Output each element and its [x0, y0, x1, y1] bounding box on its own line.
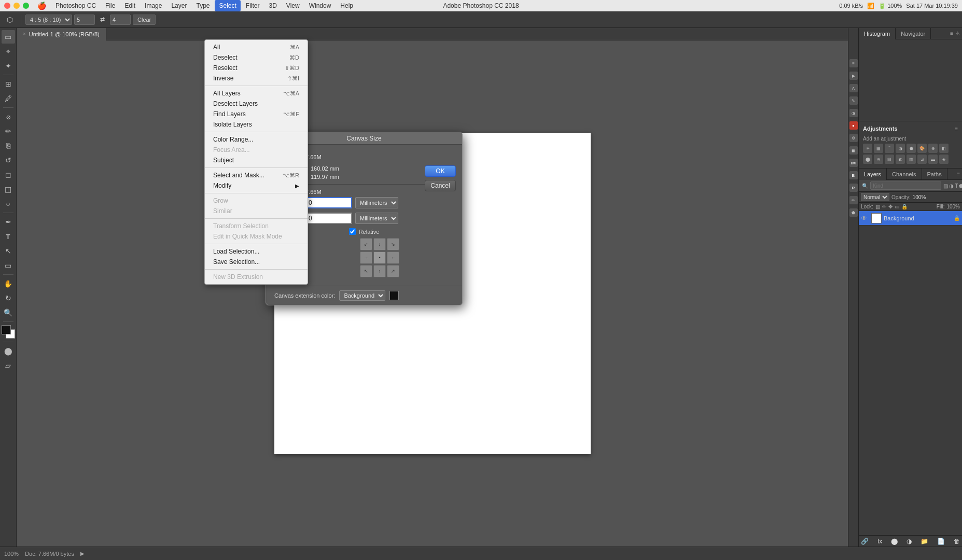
brightness-contrast-icon[interactable]: ☀ — [863, 144, 872, 153]
dialog-cancel-button[interactable]: Cancel — [425, 180, 456, 191]
panel-menu-icon[interactable]: ≡ — [950, 31, 953, 36]
menu-window[interactable]: Window — [305, 0, 336, 11]
shape-tool[interactable]: ▭ — [2, 259, 15, 272]
apple-menu[interactable]: 🍎 — [37, 2, 46, 10]
adjustments-menu-icon[interactable]: ≡ — [955, 126, 958, 132]
lock-transparent-icon[interactable]: ▧ — [875, 204, 880, 209]
menu-help[interactable]: Help — [336, 0, 357, 11]
layer-new-icon[interactable]: 📄 — [937, 538, 945, 545]
bw-icon[interactable]: ◧ — [939, 144, 949, 153]
aspect-ratio-select[interactable]: 4 : 5 (8 : 10) — [25, 15, 72, 25]
color-lookup-icon[interactable]: ▤ — [885, 155, 894, 164]
menu-image[interactable]: Image — [141, 0, 166, 11]
eraser-tool[interactable]: ◻ — [2, 168, 15, 181]
selective-color-icon[interactable]: ◈ — [939, 155, 949, 164]
r-icon[interactable]: R — [849, 184, 858, 192]
record-icon[interactable]: ● — [849, 121, 858, 130]
anchor-mid-left[interactable]: → — [360, 251, 372, 264]
maximize-button[interactable] — [23, 3, 29, 9]
anchor-mid-right[interactable]: ← — [387, 251, 399, 264]
filter-type-icon[interactable]: T — [955, 183, 958, 189]
layer-fill-icon[interactable]: ◑ — [907, 538, 912, 545]
gradient-map-icon[interactable]: ▬ — [928, 155, 938, 164]
menu-similar[interactable]: Similar — [205, 206, 308, 216]
canvas-ext-color-select[interactable]: Background — [339, 290, 385, 301]
filter-pixel-icon[interactable]: ▧ — [943, 183, 948, 189]
text-icon[interactable]: A — [849, 84, 858, 92]
menu-reselect[interactable]: Reselect ⇧⌘D — [205, 63, 308, 73]
vibrance-icon[interactable]: ⬟ — [907, 144, 916, 153]
curves-icon[interactable]: ⌒ — [885, 144, 894, 153]
adjustment-icon[interactable]: ◑ — [849, 109, 858, 117]
menu-grow[interactable]: Grow — [205, 195, 308, 206]
menu-inverse[interactable]: Inverse ⇧⌘I — [205, 73, 308, 83]
ext-color-swatch[interactable] — [389, 291, 399, 300]
filter-vector-icon[interactable]: ⬟ — [959, 183, 962, 189]
dialog-ok-button[interactable]: OK — [425, 165, 456, 177]
width-value-input[interactable] — [74, 15, 95, 25]
swap-icon[interactable]: ⇄ — [97, 15, 108, 24]
layer-eye-icon[interactable]: 👁 — [861, 215, 869, 222]
invert-icon[interactable]: ◐ — [896, 155, 905, 164]
menu-layer[interactable]: Layer — [167, 0, 191, 11]
gradient-tool[interactable]: ◫ — [2, 183, 15, 196]
minimize-button[interactable] — [13, 3, 20, 9]
menu-subject[interactable]: Subject — [205, 155, 308, 165]
lock-move-icon[interactable]: ✥ — [888, 204, 893, 209]
menu-all-layers[interactable]: All Layers ⌥⌘A — [205, 88, 308, 99]
layer-group-icon[interactable]: 📁 — [921, 538, 928, 545]
crop-tool[interactable]: ⊞ — [2, 77, 15, 91]
paths-tab[interactable]: Paths — [922, 169, 947, 180]
lock-paint-icon[interactable]: ✏ — [882, 204, 886, 209]
new-width-input[interactable] — [305, 197, 352, 208]
hue-sat-icon[interactable]: 🎨 — [917, 144, 927, 153]
dodge-tool[interactable]: ○ — [2, 197, 15, 211]
b-icon[interactable]: B — [849, 171, 858, 179]
anchor-top-right[interactable]: ↘ — [387, 238, 399, 250]
anchor-bot-right[interactable]: ↗ — [387, 265, 399, 277]
menu-deselect-layers[interactable]: Deselect Layers — [205, 99, 308, 109]
im-icon[interactable]: IM — [849, 159, 858, 167]
brush-tool[interactable]: ✏ — [2, 124, 15, 138]
menu-filter[interactable]: Filter — [242, 0, 264, 11]
anchor-top-left[interactable]: ↙ — [360, 238, 372, 250]
type-tool[interactable]: T — [2, 230, 15, 243]
menu-save-selection[interactable]: Save Selection... — [205, 257, 308, 267]
color-balance-icon[interactable]: ⊕ — [928, 144, 938, 153]
close-button[interactable] — [4, 3, 10, 9]
exposure-icon[interactable]: ◑ — [896, 144, 905, 153]
menu-edit-quick-mask[interactable]: Edit in Quick Mask Mode — [205, 231, 308, 242]
menu-modify[interactable]: Modify ▶ — [205, 180, 308, 191]
menu-all[interactable]: All ⌘A — [205, 42, 308, 52]
layer-style-icon[interactable]: fx — [877, 538, 882, 545]
channel-mixer-icon[interactable]: ≋ — [874, 155, 883, 164]
menu-3d[interactable]: 3D — [265, 0, 281, 11]
layers-tab[interactable]: Layers — [859, 169, 887, 180]
layer-background[interactable]: 👁 Background 🔒 — [859, 211, 962, 226]
menu-select-and-mask[interactable]: Select and Mask... ⌥⌘R — [205, 170, 308, 180]
menu-isolate-layers[interactable]: Isolate Layers — [205, 119, 308, 130]
screen-mode-toggle[interactable]: ▱ — [2, 359, 15, 372]
marquee-tool[interactable]: ▭ — [2, 30, 15, 44]
photo-filter-icon[interactable]: ⬤ — [863, 155, 872, 164]
lasso-tool[interactable]: ⌖ — [2, 45, 15, 58]
tool-selector-icon[interactable]: ⬡ — [3, 13, 17, 26]
menu-view[interactable]: View — [282, 0, 304, 11]
history-brush-tool[interactable]: ↺ — [2, 153, 15, 167]
menu-select[interactable]: Select — [215, 0, 240, 11]
relative-checkbox[interactable] — [349, 228, 356, 235]
navigator-tab[interactable]: Navigator — [896, 28, 931, 39]
anchor-center[interactable]: • — [373, 251, 386, 264]
new-height-input[interactable] — [305, 213, 352, 224]
layer-link-icon[interactable]: 🔗 — [861, 538, 869, 545]
play-icon[interactable]: ▶ — [849, 72, 858, 80]
menu-photoshop[interactable]: Photoshop CC — [51, 0, 100, 11]
layer-delete-icon[interactable]: 🗑 — [954, 538, 960, 545]
settings-icon[interactable]: ⚙ — [849, 134, 858, 142]
levels-icon[interactable]: ▦ — [874, 144, 883, 153]
vector-icon[interactable]: ⬟ — [849, 208, 858, 217]
menu-new-3d-extrusion[interactable]: New 3D Extrusion — [205, 272, 308, 282]
rotate-view-tool[interactable]: ↻ — [2, 291, 15, 305]
foreground-color-swatch[interactable] — [2, 325, 11, 334]
menu-transform-selection[interactable]: Transform Selection — [205, 221, 308, 231]
